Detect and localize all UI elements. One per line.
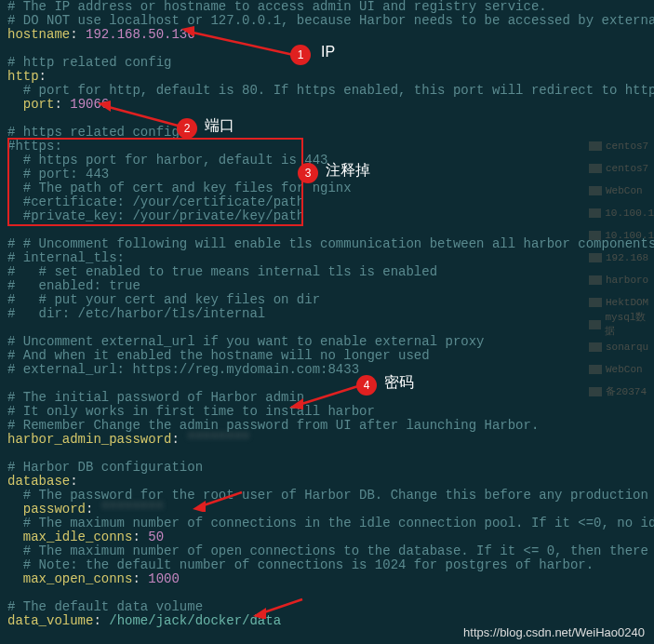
code-content: # The IP address or hostname to access a… (7, 0, 654, 642)
highlight-box (7, 138, 303, 226)
label-port: 端口 (205, 118, 234, 132)
code-editor[interactable]: # The IP address or hostname to access a… (0, 0, 654, 644)
label-ip: IP (321, 45, 335, 59)
watermark: https://blog.csdn.net/WeiHao0240 (463, 625, 645, 639)
sidebar-hint: centos7centos7WebCon10.100.110.100.1192.… (589, 135, 654, 489)
badge-1: 1 (290, 45, 311, 65)
label-password: 密码 (384, 375, 414, 389)
badge-4: 4 (356, 375, 377, 396)
badge-2: 2 (177, 118, 197, 139)
label-comment: 注释掉 (326, 163, 370, 177)
badge-3: 3 (298, 163, 318, 183)
